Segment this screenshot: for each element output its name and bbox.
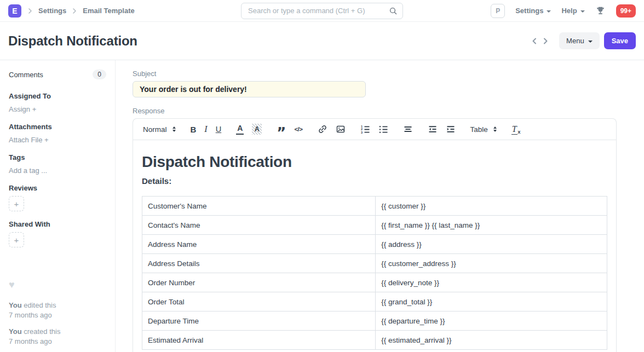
assigned-to-section: Assigned To Assign +: [9, 92, 106, 114]
chevron-down-icon: [588, 41, 593, 43]
updown-arrows-icon: [493, 126, 497, 132]
row-label: Address Name: [142, 235, 376, 254]
user-avatar[interactable]: P: [491, 4, 505, 18]
navbar: E Settings Email Template P Settings Hel…: [0, 0, 644, 22]
response-field-label: Response: [133, 107, 617, 115]
link-button[interactable]: [318, 124, 327, 135]
next-document-icon[interactable]: [540, 36, 550, 46]
svg-text:3: 3: [361, 131, 363, 134]
row-label: Address Details: [142, 254, 376, 273]
email-body-heading: Dispatch Notification: [142, 153, 607, 171]
created-action: created this: [24, 327, 60, 336]
shared-with-label: Shared With: [9, 220, 106, 228]
subject-field-label: Subject: [133, 70, 617, 78]
search-icon[interactable]: [389, 7, 398, 15]
outdent-button[interactable]: [428, 124, 438, 135]
table-row: Address Name {{ address }}: [142, 235, 607, 254]
breadcrumb-settings[interactable]: Settings: [37, 7, 68, 15]
help-dropdown-label: Help: [561, 7, 577, 15]
clear-formatting-t: T: [511, 125, 518, 135]
row-label: Order Total: [142, 292, 376, 311]
bullet-list-button[interactable]: [378, 124, 388, 135]
italic-button[interactable]: I: [204, 124, 207, 135]
trophy-icon[interactable]: [595, 5, 606, 16]
shared-with-section: Shared With +: [9, 220, 106, 247]
sidebar-item-comments[interactable]: Comments 0: [9, 70, 106, 79]
comments-label: Comments: [9, 71, 43, 79]
app-logo[interactable]: E: [8, 4, 21, 18]
updown-arrows-icon: [173, 126, 176, 132]
table-row: Estimated Arrival {{ estimated_arrival }…: [142, 331, 607, 350]
menu-button[interactable]: Menu: [559, 32, 600, 49]
reviews-label: Reviews: [9, 184, 106, 192]
reviews-section: Reviews +: [9, 184, 106, 211]
attach-file-button[interactable]: Attach File +: [9, 136, 49, 144]
created-who: You: [9, 327, 22, 336]
table-row: Contact's Name {{ first_name }} {{ last_…: [142, 216, 607, 235]
breadcrumb: E Settings Email Template: [8, 4, 241, 18]
tags-label: Tags: [9, 153, 106, 161]
email-variables-table: Customer's Name {{ customer }} Contact's…: [142, 196, 607, 350]
text-align-button[interactable]: [403, 124, 413, 135]
table-menu-select[interactable]: Table: [470, 124, 497, 135]
clear-formatting-button[interactable]: T x: [511, 124, 521, 135]
navbar-actions: P Settings Help 99+: [403, 4, 636, 18]
table-row: Order Number {{ delivery_note }}: [142, 273, 607, 292]
edited-when: 7 months ago: [9, 311, 52, 319]
paragraph-style-select[interactable]: Normal: [143, 124, 176, 135]
ordered-list-button[interactable]: 1 2 3: [360, 124, 370, 135]
row-label: Customer's Name: [142, 197, 376, 216]
underline-button[interactable]: U: [216, 124, 221, 135]
row-value: {{ departure_time }}: [376, 311, 607, 331]
add-review-button[interactable]: +: [9, 196, 24, 211]
notifications-badge[interactable]: 99+: [616, 4, 636, 18]
search-input[interactable]: [241, 3, 403, 19]
blockquote-button[interactable]: ”: [277, 128, 286, 139]
assigned-to-label: Assigned To: [9, 92, 106, 100]
add-tag-input[interactable]: Add a tag ...: [9, 166, 47, 175]
settings-dropdown-label: Settings: [515, 7, 543, 15]
attachments-label: Attachments: [9, 123, 106, 131]
table-menu-label: Table: [470, 125, 488, 134]
table-row: Address Details {{ customer_address }}: [142, 254, 607, 273]
page-title: Dispatch Notification: [8, 33, 137, 49]
help-dropdown[interactable]: Help: [561, 7, 584, 15]
highlight-color-button[interactable]: A: [252, 124, 262, 135]
row-value: {{ first_name }} {{ last_name }}: [376, 216, 607, 235]
code-button[interactable]: </>: [294, 124, 302, 135]
row-value: {{ customer }}: [376, 197, 607, 216]
text-color-button[interactable]: A: [236, 124, 244, 135]
assign-button[interactable]: Assign +: [9, 105, 36, 113]
edited-action: edited this: [24, 301, 56, 309]
sidebar: Comments 0 Assigned To Assign + Attachme…: [0, 60, 116, 352]
chevron-right-icon: [70, 7, 79, 15]
image-button[interactable]: [336, 124, 346, 135]
page-header: Dispatch Notification Menu Save: [0, 22, 644, 60]
rich-text-editor: Normal B I U A A ” </>: [133, 118, 617, 352]
breadcrumb-email-template[interactable]: Email Template: [81, 7, 136, 15]
menu-button-label: Menu: [566, 37, 584, 45]
prev-document-icon[interactable]: [530, 36, 539, 46]
bold-button[interactable]: B: [191, 124, 197, 135]
row-value: {{ estimated_arrival }}: [376, 331, 607, 350]
paragraph-style-value: Normal: [143, 125, 167, 134]
table-row: Departure Time {{ departure_time }}: [142, 311, 607, 331]
page-body: Comments 0 Assigned To Assign + Attachme…: [0, 60, 644, 352]
email-body-subheading: Details:: [142, 176, 607, 186]
subject-input[interactable]: [133, 81, 366, 97]
save-button[interactable]: Save: [604, 32, 636, 49]
created-meta: You created this 7 months ago: [9, 327, 106, 346]
chevron-right-icon: [26, 7, 34, 15]
indent-button[interactable]: [446, 124, 456, 135]
settings-dropdown[interactable]: Settings: [515, 7, 551, 15]
share-button[interactable]: +: [9, 232, 24, 247]
editor-content[interactable]: Dispatch Notification Details: Customer'…: [133, 140, 616, 352]
created-when: 7 months ago: [9, 337, 52, 345]
row-label: Estimated Arrival: [142, 331, 376, 350]
row-value: {{ address }}: [376, 235, 607, 254]
edited-who: You: [9, 301, 22, 309]
tags-section: Tags Add a tag ...: [9, 153, 106, 175]
table-row: Order Total {{ grand_total }}: [142, 292, 607, 311]
like-heart-icon[interactable]: ♥: [9, 279, 106, 291]
comments-count-badge: 0: [93, 70, 106, 79]
